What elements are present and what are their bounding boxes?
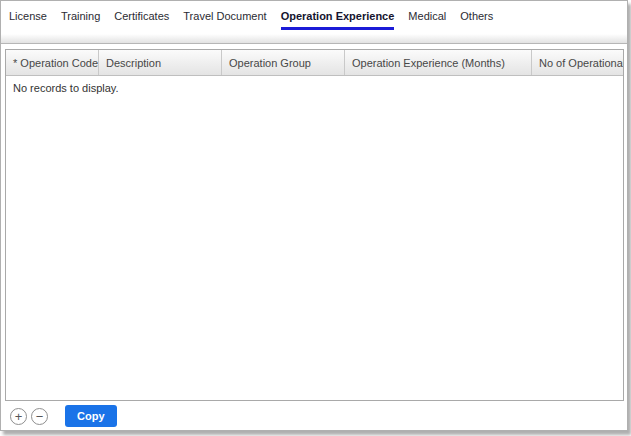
tab-label: Medical bbox=[408, 10, 446, 27]
tab-strip: License Training Certificates Travel Doc… bbox=[1, 1, 627, 44]
tab-label: Travel Document bbox=[183, 10, 266, 27]
tab-operation-experience[interactable]: Operation Experience bbox=[274, 8, 402, 30]
column-header-operation-experience-months[interactable]: Operation Experience (Months) bbox=[345, 50, 532, 75]
copy-button[interactable]: Copy bbox=[65, 405, 117, 427]
tab-label: Training bbox=[61, 10, 100, 27]
add-row-button[interactable]: + bbox=[10, 408, 27, 425]
grid-body: No records to display. bbox=[6, 76, 623, 400]
grid-footer-toolbar: + − Copy bbox=[5, 405, 624, 427]
tab-label: Operation Experience bbox=[281, 10, 395, 27]
active-tab-underline bbox=[281, 27, 395, 30]
tab-training[interactable]: Training bbox=[54, 8, 107, 27]
tabstrip-bottom-shade bbox=[1, 34, 627, 44]
column-header-no-of-operational[interactable]: No of Operational bbox=[532, 50, 623, 75]
tab-label: Certificates bbox=[114, 10, 169, 27]
tab-label: License bbox=[9, 10, 47, 27]
column-header-description[interactable]: Description bbox=[99, 50, 222, 75]
column-header-operation-code[interactable]: * Operation Code bbox=[6, 50, 99, 75]
tab-others[interactable]: Others bbox=[453, 8, 500, 27]
column-header-operation-group[interactable]: Operation Group bbox=[222, 50, 345, 75]
remove-row-button[interactable]: − bbox=[31, 408, 48, 425]
tab-medical[interactable]: Medical bbox=[401, 8, 453, 27]
no-records-message: No records to display. bbox=[6, 76, 623, 94]
operation-experience-grid: * Operation Code Description Operation G… bbox=[5, 49, 624, 401]
tab-certificates[interactable]: Certificates bbox=[107, 8, 176, 27]
tab-list: License Training Certificates Travel Doc… bbox=[1, 8, 627, 34]
window: License Training Certificates Travel Doc… bbox=[0, 0, 628, 431]
tab-travel-document[interactable]: Travel Document bbox=[176, 8, 273, 27]
grid-header-row: * Operation Code Description Operation G… bbox=[6, 50, 623, 76]
tab-label: Others bbox=[460, 10, 493, 27]
tab-page-content: * Operation Code Description Operation G… bbox=[1, 44, 627, 427]
tab-license[interactable]: License bbox=[2, 8, 54, 27]
minus-icon: − bbox=[36, 410, 44, 423]
plus-icon: + bbox=[15, 410, 23, 423]
